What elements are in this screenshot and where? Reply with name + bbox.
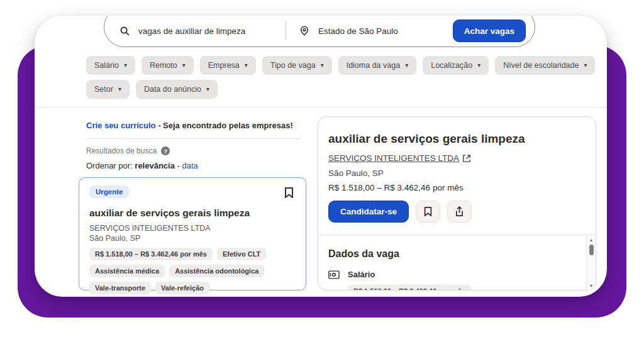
chevron-down-icon: [584, 62, 587, 69]
filter-salary[interactable]: Salário: [86, 56, 135, 75]
contract-tag: Efetivo CLT: [217, 248, 266, 260]
results-label: Resultados de busca: [86, 146, 157, 155]
chevron-down-icon: [124, 62, 127, 69]
detail-company-row: SERVIÇOS INTELIGENTES LTDA: [328, 153, 586, 163]
external-link-icon: [463, 155, 470, 162]
search-icon: [119, 26, 130, 36]
scroll-up-arrow-icon[interactable]: [587, 238, 596, 242]
chevron-down-icon: [182, 62, 186, 69]
job-result-card[interactable]: Urgente auxiliar de serviços gerais limp…: [79, 177, 306, 290]
location-query-text[interactable]: Estado de São Paulo: [318, 26, 398, 36]
find-jobs-button[interactable]: Achar vagas: [453, 19, 526, 42]
filter-sector[interactable]: Setor: [86, 80, 130, 99]
benefit-tag: Assistência médica: [89, 265, 165, 277]
job-data-title: Dados da vaga: [328, 248, 586, 260]
results-header: Resultados de busca: [86, 146, 308, 155]
salary-section-label: Salário: [348, 270, 375, 279]
job-search-app-window: vagas de auxiliar de limpeza Estado de S…: [35, 16, 607, 297]
filter-company[interactable]: Empresa: [200, 56, 256, 75]
detail-actions: Candidatar-se: [328, 201, 586, 223]
filter-location[interactable]: Localização: [423, 56, 489, 75]
job-location: São Paulo, SP: [89, 234, 296, 243]
job-company: SERVIÇOS INTELIGENTES LTDA: [89, 224, 296, 233]
chevron-down-icon: [206, 86, 209, 92]
job-detail-scroll-area[interactable]: Dados da vaga Salário R$ 1.518,00 – R$ 3…: [318, 235, 596, 290]
scrollbar-thumb[interactable]: [589, 245, 594, 255]
benefit-tag: Vale-transporte: [89, 282, 151, 294]
search-bar: vagas de auxiliar de limpeza Estado de S…: [104, 16, 535, 47]
filter-language[interactable]: Idioma da vaga: [338, 56, 417, 75]
job-title[interactable]: auxiliar de serviços gerais limpeza: [89, 207, 296, 219]
job-detail-panel: auxiliar de serviços gerais limpeza SERV…: [318, 116, 596, 290]
save-job-button[interactable]: [282, 185, 296, 202]
benefit-tag: Vale-refeição: [155, 282, 209, 294]
salary-tag-wrap: R$ 1.518,00 – R$ 3.462,46 por mês: [348, 285, 586, 290]
job-detail-header: auxiliar de serviços gerais limpeza SERV…: [318, 117, 596, 223]
apply-button[interactable]: Candidatar-se: [328, 201, 409, 223]
bookmark-icon: [284, 187, 294, 199]
create-resume-link[interactable]: Crie seu currículo: [86, 121, 156, 130]
scroll-down-arrow-icon[interactable]: [587, 284, 596, 288]
chevron-down-icon: [245, 62, 248, 69]
chevron-down-icon: [405, 62, 408, 69]
urgent-badge: Urgente: [89, 185, 129, 198]
bookmark-icon: [423, 206, 433, 217]
chevron-down-icon: [477, 62, 480, 69]
location-search-field[interactable]: Estado de São Paulo Achar vagas: [286, 19, 530, 42]
share-icon: [455, 206, 464, 217]
salary-tag: R$ 1.518,00 – R$ 3.462,46 por mês: [89, 248, 213, 260]
detail-salary: R$ 1.518,00 – R$ 3.462,46 por mês: [328, 183, 586, 192]
resume-tagline: - Seja encontrado pelas empresas!: [156, 121, 293, 130]
filter-row-1: Salário Remoto Empresa Tipo de vaga Idio…: [86, 56, 595, 75]
page: vagas de auxiliar de limpeza Estado de S…: [0, 0, 644, 337]
sort-by-date-link[interactable]: data: [182, 161, 198, 170]
detail-scrollbar[interactable]: [586, 235, 596, 290]
resume-promo-divider: [86, 138, 300, 139]
detail-company-link[interactable]: SERVIÇOS INTELIGENTES LTDA: [328, 153, 459, 163]
filter-row-2: Setor Data do anúncio: [86, 80, 218, 99]
detail-location: São Paulo, SP: [328, 168, 586, 178]
chevron-down-icon: [321, 62, 324, 69]
share-button[interactable]: [447, 201, 472, 223]
search-query-text[interactable]: vagas de auxiliar de limpeza: [138, 26, 245, 36]
detail-job-title: auxiliar de serviços gerais limpeza: [328, 132, 586, 146]
filter-education[interactable]: Nível de escolaridade: [495, 56, 595, 75]
job-data-section: Dados da vaga Salário R$ 1.518,00 – R$ 3…: [318, 235, 596, 290]
salary-row: Salário: [328, 270, 586, 279]
results-column: Crie seu currículo - Seja encontrado pel…: [86, 121, 308, 170]
chevron-down-icon: [118, 86, 121, 92]
sort-prefix: Ordenar por:: [86, 161, 135, 170]
header-divider: [35, 107, 607, 108]
location-pin-icon: [299, 25, 310, 36]
filter-date-posted[interactable]: Data do anúncio: [136, 80, 218, 99]
benefit-tag: Assistência odontológica: [169, 265, 264, 277]
filter-job-type[interactable]: Tipo de vaga: [262, 56, 332, 75]
detail-salary-tag: R$ 1.518,00 – R$ 3.462,46 por mês: [348, 285, 471, 290]
job-card-header: Urgente: [89, 185, 296, 202]
job-tags: R$ 1.518,00 – R$ 3.462,46 por mês Efetiv…: [89, 248, 303, 294]
money-icon: [328, 270, 340, 279]
keyword-search-field[interactable]: vagas de auxiliar de limpeza: [104, 26, 286, 36]
sort-by-relevance[interactable]: relevância: [135, 161, 175, 170]
sort-separator: -: [175, 161, 182, 170]
filter-remote[interactable]: Remoto: [142, 56, 194, 75]
help-icon[interactable]: [161, 146, 170, 155]
save-job-button[interactable]: [416, 201, 440, 223]
sort-controls: Ordenar por: relevância - data: [86, 161, 308, 170]
resume-promo: Crie seu currículo - Seja encontrado pel…: [86, 121, 308, 130]
